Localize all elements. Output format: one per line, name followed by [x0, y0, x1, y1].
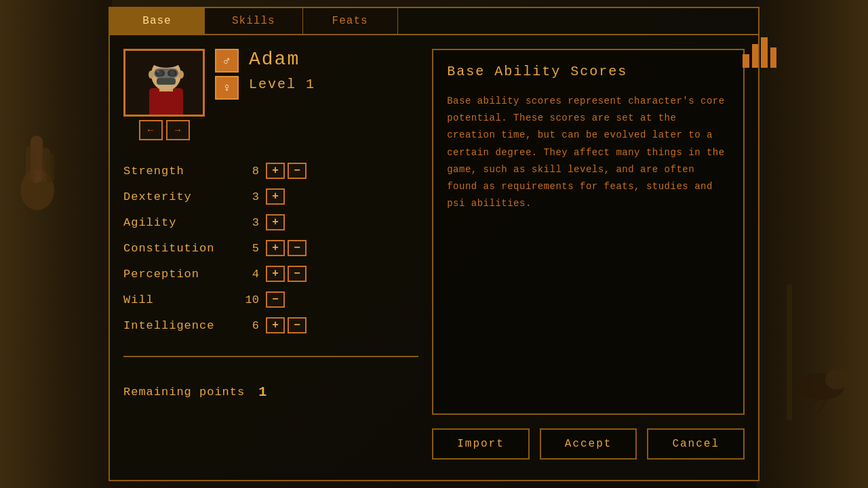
perception-minus-button[interactable]: − — [288, 266, 307, 282]
chart-bar-3 — [761, 37, 768, 68]
stat-btns-dexterity: + — [266, 188, 285, 205]
gender-male-button[interactable]: ♂ — [215, 49, 239, 73]
main-panel: Base Skills Feats — [108, 7, 760, 481]
will-minus-button[interactable]: − — [266, 291, 285, 308]
remaining-points-value: 1 — [258, 384, 267, 400]
chart-bar-4 — [770, 47, 777, 68]
avatar-prev-button[interactable]: ← — [139, 120, 163, 140]
svg-point-23 — [149, 70, 154, 79]
info-box-title: Base Ability Scores — [447, 64, 730, 79]
stats-section: Strength 8 + − Dexterity 3 + — [123, 161, 418, 336]
dexterity-plus-button[interactable]: + — [266, 188, 285, 205]
cancel-button[interactable]: Cancel — [647, 428, 745, 460]
bg-left-panel — [0, 0, 112, 488]
stat-value-intelligence: 6 — [239, 319, 259, 332]
svg-line-8 — [817, 399, 827, 413]
intelligence-minus-button[interactable]: − — [288, 317, 307, 333]
avatar-frame — [123, 49, 205, 117]
intelligence-plus-button[interactable]: + — [266, 317, 285, 333]
info-box-text: Base ability scores represent character'… — [447, 93, 730, 212]
perception-plus-button[interactable]: + — [266, 266, 285, 282]
divider — [123, 356, 418, 357]
stat-value-will: 10 — [239, 293, 259, 306]
remaining-points-label: Remaining points — [123, 386, 245, 399]
stat-btns-agility: + — [266, 214, 285, 230]
stat-row-intelligence: Intelligence 6 + − — [123, 315, 418, 336]
stat-row-will: Will 10 − — [123, 289, 418, 310]
avatar-section: ← → — [123, 49, 205, 140]
stat-name-will: Will — [123, 293, 232, 306]
remaining-points-row: Remaining points 1 — [123, 384, 418, 400]
stat-value-strength: 8 — [239, 165, 259, 178]
stat-btns-intelligence: + − — [266, 317, 307, 333]
svg-rect-10 — [844, 298, 848, 420]
gender-female-button[interactable]: ♀ — [215, 76, 239, 100]
accept-button[interactable]: Accept — [540, 428, 637, 460]
stat-btns-perception: + − — [266, 266, 307, 282]
character-level: Level 1 — [249, 77, 315, 92]
avatar-next-button[interactable]: → — [166, 120, 190, 140]
info-box: Base Ability Scores Base ability scores … — [432, 49, 745, 415]
stat-row-strength: Strength 8 + − — [123, 161, 418, 181]
stat-row-constitution: Constitution 5 + − — [123, 238, 418, 258]
stat-btns-constitution: + − — [266, 240, 307, 256]
constitution-minus-button[interactable]: − — [288, 240, 307, 256]
character-name-level: Adam Level 1 — [249, 49, 315, 92]
stat-name-dexterity: Dexterity — [123, 190, 232, 203]
strength-plus-button[interactable]: + — [266, 163, 285, 179]
avatar-nav: ← → — [139, 120, 190, 140]
character-name: Adam — [249, 49, 315, 70]
stat-name-agility: Agility — [123, 216, 232, 229]
gender-buttons: ♂ ♀ — [215, 49, 239, 100]
tab-skills[interactable]: Skills — [205, 8, 303, 34]
svg-point-22 — [151, 54, 181, 68]
stat-name-constitution: Constitution — [123, 242, 232, 255]
svg-rect-4 — [46, 152, 54, 183]
svg-point-24 — [178, 70, 184, 79]
stat-btns-will: − — [266, 291, 285, 308]
svg-rect-2 — [26, 146, 35, 183]
stat-value-perception: 4 — [239, 268, 259, 281]
chart-bar-2 — [752, 44, 759, 68]
svg-rect-9 — [787, 285, 792, 420]
right-panel: Base Ability Scores Base ability scores … — [432, 49, 745, 466]
svg-point-19 — [170, 70, 175, 76]
stat-name-strength: Strength — [123, 165, 232, 178]
left-column: ← → ♂ ♀ Adam Level 1 — [123, 49, 418, 466]
svg-rect-20 — [157, 78, 176, 85]
stat-value-agility: 3 — [239, 216, 259, 229]
stat-row-agility: Agility 3 + — [123, 212, 418, 232]
content-area: ← → ♂ ♀ Adam Level 1 — [110, 35, 758, 480]
action-buttons: Import Accept Cancel — [432, 428, 745, 466]
stat-value-dexterity: 3 — [239, 190, 259, 203]
tab-bar: Base Skills Feats — [110, 8, 758, 35]
avatar-image — [125, 51, 205, 117]
import-button[interactable]: Import — [432, 428, 530, 460]
strength-minus-button[interactable]: − — [288, 163, 307, 179]
constitution-plus-button[interactable]: + — [266, 240, 285, 256]
chart-bar-1 — [743, 54, 749, 68]
stat-row-perception: Perception 4 + − — [123, 264, 418, 284]
tab-feats[interactable]: Feats — [303, 8, 398, 34]
stat-name-perception: Perception — [123, 268, 232, 281]
tab-base[interactable]: Base — [110, 8, 205, 34]
agility-plus-button[interactable]: + — [266, 214, 285, 230]
stat-row-dexterity: Dexterity 3 + — [123, 186, 418, 207]
stat-name-intelligence: Intelligence — [123, 319, 232, 332]
stat-value-constitution: 5 — [239, 242, 259, 255]
svg-point-21 — [157, 70, 159, 73]
character-info: ← → ♂ ♀ Adam Level 1 — [123, 49, 418, 140]
stat-btns-strength: + − — [266, 163, 307, 179]
bg-right-panel — [756, 0, 868, 488]
svg-rect-12 — [149, 88, 183, 117]
mini-chart — [743, 34, 776, 68]
